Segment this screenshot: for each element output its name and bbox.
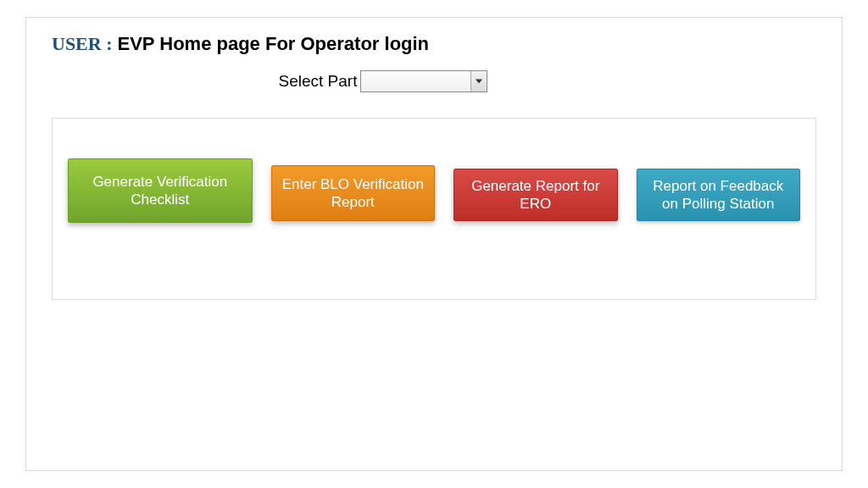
select-part-dropdown[interactable]	[360, 70, 487, 92]
select-part-row: Select Part	[0, 70, 816, 92]
generate-verification-checklist-button[interactable]: Generate Verification Checklist	[68, 158, 253, 223]
enter-blo-verification-report-button[interactable]: Enter BLO Verification Report	[271, 165, 435, 221]
header-row: USER : EVP Home page For Operator login	[52, 33, 816, 55]
report-feedback-polling-station-button[interactable]: Report on Feedback on Polling Station	[637, 169, 800, 221]
page-title: EVP Home page For Operator login	[118, 33, 430, 55]
chevron-down-icon	[476, 80, 482, 84]
select-part-label: Select Part	[279, 72, 358, 91]
main-container: USER : EVP Home page For Operator login …	[25, 17, 843, 471]
actions-panel: Generate Verification Checklist Enter BL…	[52, 118, 816, 300]
generate-report-for-ero-button[interactable]: Generate Report for ERO	[453, 169, 617, 221]
user-prefix-label: USER :	[52, 33, 113, 55]
